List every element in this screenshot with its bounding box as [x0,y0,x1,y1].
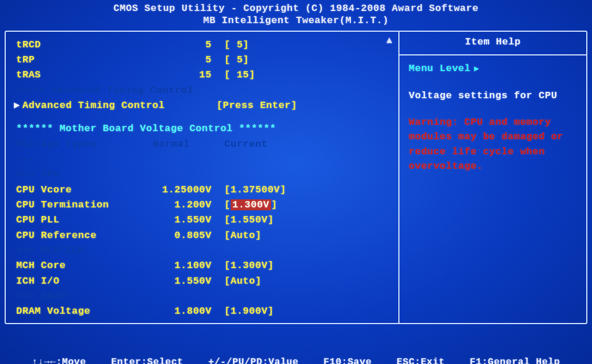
row-trcd[interactable]: tRCD 5 [ 5] [14,38,393,53]
setting-current: [Auto] [222,228,314,243]
voltage-control-header: ****** Mother Board Voltage Control ****… [14,121,393,136]
footer-hotkeys: ↑↓→←:Move Enter:Select +/-/PU/PD:Value F… [5,324,587,364]
row-tras[interactable]: tRAS 15 [ 15] [14,68,393,83]
header-title-1: CMOS Setup Utility - Copyright (C) 1984-… [5,2,587,14]
setting-current: [1.550V] [222,213,314,228]
setting-current: [ 5] [222,38,314,53]
setting-label: MCH Core [14,258,135,273]
help-warning: Warning: CPU and memory modules may be d… [409,115,578,174]
setting-label: tRCD [14,38,135,53]
chevron-right-icon: ▶ [474,64,479,73]
help-description: Voltage settings for CPU [409,88,578,103]
setting-current: [1.37500V] [222,183,314,198]
row-ich-io[interactable]: ICH I/O 1.550V [Auto] [14,274,393,289]
setting-current: [1.300V] [222,198,314,213]
setting-label: CPU PLL [14,213,135,228]
row-trp[interactable]: tRP 5 [ 5] [14,53,393,68]
help-pane: Item Help Menu Level▶ Voltage settings f… [398,32,586,323]
setting-normal: 15 [135,68,222,83]
setting-normal: 0.805V [135,228,222,243]
hotkey-value: +/-/PU/PD:Value [208,355,298,364]
row-adv-timing[interactable]: ▶ Advanced Timing Control [Press Enter] [14,98,393,113]
press-enter-label: [Press Enter] [196,98,297,113]
help-title: Item Help [399,32,586,55]
hotkey-move: ↑↓→←:Move [32,355,86,364]
ghost-adv-timing: >>>>> Advanced Timing Control [14,83,393,98]
setting-normal: 1.550V [135,213,222,228]
setting-normal: 1.100V [135,258,222,273]
ghost-dram-section: >>> DRAM [14,289,393,304]
scroll-up-arrow[interactable]: ▲ [386,35,393,46]
setting-normal: 1.550V [135,274,222,289]
setting-label: ICH I/O [14,274,135,289]
row-dram-voltage[interactable]: DRAM Voltage 1.800V [1.900V] [14,304,393,319]
setting-normal: 5 [135,38,222,53]
setting-current: [Auto] [222,274,314,289]
row-cpu-termination[interactable]: CPU Termination 1.200V [1.300V] [14,198,393,213]
setting-normal: 1.800V [135,304,222,319]
menu-level: Menu Level▶ [409,61,578,76]
row-cpu-vcore[interactable]: CPU Vcore 1.25000V [1.37500V] [14,183,393,198]
setting-label: CPU Vcore [14,183,135,198]
setting-current: [ 5] [222,53,314,68]
row-cpu-pll[interactable]: CPU PLL 1.550V [1.550V] [14,213,393,228]
setting-normal: 5 [135,53,222,68]
cursor-icon: ▶ [14,98,20,113]
voltage-columns-header: Voltage Types Normal Current [14,137,393,152]
setting-label: CPU Reference [14,228,135,243]
setting-current: [1.900V] [222,304,314,319]
setting-normal: 1.25000V [135,183,222,198]
hotkey-select: Enter:Select [111,355,183,364]
setting-label: CPU Termination [14,198,135,213]
ghost-mch-section: >>> MCH/ICH [14,243,393,258]
hotkey-save: F10:Save [324,355,372,364]
row-cpu-reference[interactable]: CPU Reference 0.805V [Auto] [14,228,393,243]
row-mch-core[interactable]: MCH Core 1.100V [1.300V] [14,258,393,273]
selected-value: 1.300V [231,199,271,210]
content-frame: ▲ tRCD 5 [ 5] tRP 5 [ 5] tRAS 15 [ 15] >… [5,31,587,324]
main-pane: ▲ tRCD 5 [ 5] tRP 5 [ 5] tRAS 15 [ 15] >… [6,32,398,323]
header-title-2: MB Intelligent Tweaker(M.I.T.) [5,14,587,27]
setting-label: tRAS [14,68,135,83]
setting-current: [1.300V] [222,258,314,273]
setting-label: Advanced Timing Control [23,98,196,113]
setting-label: DRAM Voltage [14,304,135,319]
setting-normal: 1.200V [135,198,222,213]
hotkey-help: F1:General Help [470,355,560,364]
hotkey-exit: ESC:Exit [397,355,445,364]
setting-label: tRP [14,53,135,68]
setting-current: [ 15] [222,68,314,83]
ghost-cpu-section: >>> CPU [14,167,393,182]
voltage-dashes: --- [14,152,393,167]
